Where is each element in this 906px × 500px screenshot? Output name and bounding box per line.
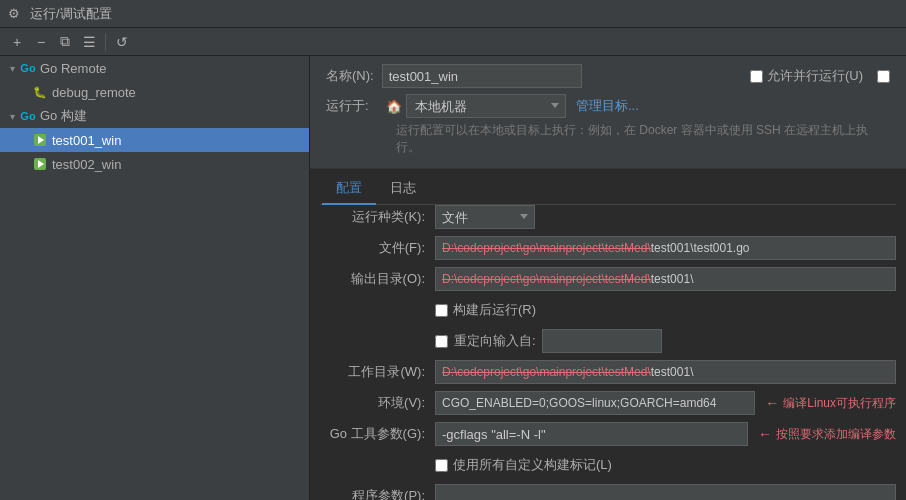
build-tags-row: 使用所有自定义构建标记(L) <box>320 453 896 477</box>
menu-button[interactable]: ☰ <box>78 31 100 53</box>
sidebar-item-test002-win[interactable]: test002_win <box>0 152 309 176</box>
tab-config[interactable]: 配置 <box>322 173 376 205</box>
extra-checkbox[interactable] <box>877 70 890 83</box>
redirect-input-row: 重定向输入自: <box>320 329 896 353</box>
go-remote-icon: Go <box>20 60 36 76</box>
tabs-bar: 配置 日志 <box>320 173 896 205</box>
go-params-input-row: ← 按照要求添加编译参数 <box>435 422 896 446</box>
redirect-input-checkbox[interactable] <box>435 335 448 348</box>
test002-win-label: test002_win <box>52 157 121 172</box>
go-build-icon: Go <box>20 108 36 124</box>
env-row: 环境(V): ← 编译Linux可执行程序 <box>320 391 896 415</box>
remove-button[interactable]: − <box>30 31 52 53</box>
run-type-label: 运行种类(K): <box>320 208 435 226</box>
file-input[interactable]: D:\codeproject\go\mainproject\testMed\ t… <box>435 236 896 260</box>
output-dir-input[interactable]: D:\codeproject\go\mainproject\testMed\ t… <box>435 267 896 291</box>
allow-parallel-label[interactable]: 允许并行运行(U) <box>767 67 863 85</box>
hint-text: 运行配置可以在本地或目标上执行：例如，在 Docker 容器中或使用 SSH 在… <box>396 122 890 156</box>
app-icon: ⚙ <box>8 6 24 22</box>
allow-parallel-row: 允许并行运行(U) <box>750 67 863 85</box>
env-annotation-text: 编译Linux可执行程序 <box>783 395 896 412</box>
config-section: 运行种类(K): 文件 文件(F): D:\codeproject\go\mai… <box>310 205 906 500</box>
output-dir-label: 输出目录(O): <box>320 270 435 288</box>
file-label: 文件(F): <box>320 239 435 257</box>
toolbar-divider <box>105 33 106 51</box>
build-tags-label[interactable]: 使用所有自定义构建标记(L) <box>453 456 612 474</box>
local-machine-icon: 🏠 <box>386 99 402 114</box>
tab-log[interactable]: 日志 <box>376 173 430 205</box>
go-remote-label: Go Remote <box>40 61 106 76</box>
sidebar-item-go-remote-group[interactable]: ▾ Go Go Remote <box>0 56 309 80</box>
expand-arrow-2-icon: ▾ <box>6 110 18 122</box>
copy-button[interactable]: ⧉ <box>54 31 76 53</box>
build-after-run-label[interactable]: 构建后运行(R) <box>453 301 536 319</box>
work-dir-path-strike: D:\codeproject\go\mainproject\testMed\ <box>442 365 651 379</box>
build-tags-checkbox-row: 使用所有自定义构建标记(L) <box>435 456 612 474</box>
output-path-normal: test001\ <box>651 272 694 286</box>
test001-run-icon <box>32 132 48 148</box>
work-dir-input[interactable]: D:\codeproject\go\mainproject\testMed\ t… <box>435 360 896 384</box>
output-path-strike: D:\codeproject\go\mainproject\testMed\ <box>442 272 651 286</box>
test001-win-label: test001_win <box>52 133 121 148</box>
name-input[interactable] <box>382 64 582 88</box>
name-label: 名称(N): <box>326 67 374 85</box>
toolbar: + − ⧉ ☰ ↺ <box>0 28 906 56</box>
target-select[interactable]: 本地机器 <box>406 94 566 118</box>
go-build-label: Go 构建 <box>40 107 87 125</box>
no-arrow-3-icon <box>18 158 30 170</box>
refresh-button[interactable]: ↺ <box>111 31 133 53</box>
build-after-run-checkbox[interactable] <box>435 304 448 317</box>
work-dir-row: 工作目录(W): D:\codeproject\go\mainproject\t… <box>320 360 896 384</box>
debug-icon: 🐛 <box>32 84 48 100</box>
manage-targets-link[interactable]: 管理目标... <box>576 97 639 115</box>
sidebar-item-go-build-group[interactable]: ▾ Go Go 构建 <box>0 104 309 128</box>
redirect-input-label[interactable]: 重定向输入自: <box>454 332 536 350</box>
go-params-row: Go 工具参数(G): ← 按照要求添加编译参数 <box>320 422 896 446</box>
test002-run-icon <box>32 156 48 172</box>
redirect-input-group: 重定向输入自: <box>435 329 662 353</box>
main-layout: ▾ Go Go Remote 🐛 debug_remote ▾ Go Go 构建 <box>0 56 906 500</box>
no-arrow-2-icon <box>18 134 30 146</box>
go-params-label: Go 工具参数(G): <box>320 425 435 443</box>
go-params-annotation-text: 按照要求添加编译参数 <box>776 426 896 443</box>
right-panel: 名称(N): 允许并行运行(U) 运行于: 🏠 本地机器 <box>310 56 906 500</box>
output-dir-row: 输出目录(O): D:\codeproject\go\mainproject\t… <box>320 267 896 291</box>
redirect-input-field[interactable] <box>542 329 662 353</box>
env-arrow-icon: ← <box>765 395 779 411</box>
title-bar: ⚙ 运行/调试配置 <box>0 0 906 28</box>
add-button[interactable]: + <box>6 31 28 53</box>
env-label: 环境(V): <box>320 394 435 412</box>
sidebar-item-test001-win[interactable]: test001_win <box>0 128 309 152</box>
build-after-run-row: 构建后运行(R) <box>320 298 896 322</box>
build-after-run-checkbox-row: 构建后运行(R) <box>435 301 536 319</box>
env-input-row: ← 编译Linux可执行程序 <box>435 391 896 415</box>
debug-remote-label: debug_remote <box>52 85 136 100</box>
window-title: 运行/调试配置 <box>30 5 112 23</box>
work-dir-path-normal: test001\ <box>651 365 694 379</box>
file-path-normal: test001\test001.go <box>651 241 750 255</box>
no-arrow-icon <box>18 86 30 98</box>
go-params-arrow-icon: ← <box>758 426 772 442</box>
build-tags-checkbox[interactable] <box>435 459 448 472</box>
left-panel: ▾ Go Go Remote 🐛 debug_remote ▾ Go Go 构建 <box>0 56 310 500</box>
run-type-row: 运行种类(K): 文件 <box>320 205 896 229</box>
env-input[interactable] <box>435 391 755 415</box>
program-params-row: 程序参数(P): <box>320 484 896 500</box>
work-dir-label: 工作目录(W): <box>320 363 435 381</box>
allow-parallel-checkbox[interactable] <box>750 70 763 83</box>
program-params-label: 程序参数(P): <box>320 487 435 500</box>
program-params-input[interactable] <box>435 484 896 500</box>
file-path-strike: D:\codeproject\go\mainproject\testMed\ <box>442 241 651 255</box>
target-label: 运行于: <box>326 97 386 115</box>
env-annotation: ← 编译Linux可执行程序 <box>765 395 896 412</box>
sidebar-item-debug-remote[interactable]: 🐛 debug_remote <box>0 80 309 104</box>
go-params-annotation: ← 按照要求添加编译参数 <box>758 426 896 443</box>
top-section: 名称(N): 允许并行运行(U) 运行于: 🏠 本地机器 <box>310 56 906 169</box>
expand-arrow-icon: ▾ <box>6 62 18 74</box>
run-type-select[interactable]: 文件 <box>435 205 535 229</box>
go-params-input[interactable] <box>435 422 748 446</box>
file-row: 文件(F): D:\codeproject\go\mainproject\tes… <box>320 236 896 260</box>
